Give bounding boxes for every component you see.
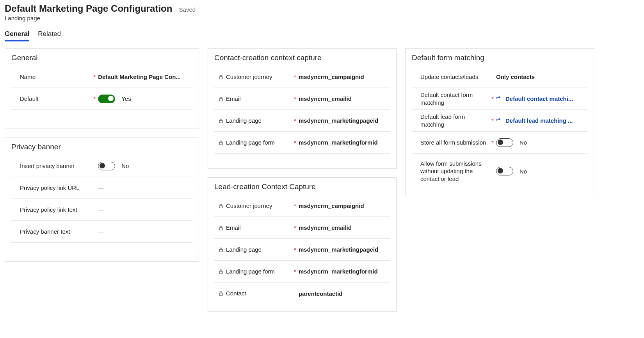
value-ccc-landing: msdyncrm_marketingpageid bbox=[299, 117, 390, 124]
saved-indicator: - Saved bbox=[175, 6, 196, 13]
required-star: * bbox=[489, 139, 496, 146]
lock-icon bbox=[218, 140, 224, 145]
required-star: * bbox=[292, 73, 299, 80]
card-title-ccc: Contact-creation context capture bbox=[214, 54, 390, 62]
page-title: Default Marketing Page Configuration bbox=[5, 3, 172, 14]
toggle-allow-submissions[interactable] bbox=[496, 167, 513, 175]
required-star: * bbox=[489, 95, 496, 102]
label-lcc-contact: Contact bbox=[214, 290, 292, 297]
card-title-privacy: Privacy banner bbox=[11, 143, 192, 151]
value-lcc-contact: parentcontactid bbox=[299, 290, 390, 297]
linkout-icon bbox=[496, 118, 502, 124]
label-lcc-email: Email bbox=[214, 224, 292, 232]
card-title-general: General bbox=[11, 54, 192, 62]
card-title-dfm: Default form matching bbox=[412, 54, 587, 62]
lock-icon bbox=[218, 225, 224, 231]
value-privacy-url[interactable]: --- bbox=[98, 184, 192, 191]
label-privacy-text: Privacy policy link text bbox=[11, 206, 91, 214]
label-name: Name bbox=[11, 73, 91, 81]
lock-icon bbox=[218, 291, 224, 296]
entity-name: Landing page bbox=[5, 15, 639, 21]
tabs: General Related bbox=[5, 30, 639, 41]
label-privacy-banner-text: Privacy banner text bbox=[11, 228, 91, 236]
required-star: * bbox=[292, 246, 299, 253]
value-privacy-banner-text[interactable]: --- bbox=[98, 228, 192, 235]
card-contact-creation: Contact-creation context capture Custome… bbox=[208, 48, 397, 169]
required-star: * bbox=[489, 117, 496, 124]
label-allow-submissions: Allow form submissions without updating … bbox=[412, 160, 489, 183]
toggle-insert-privacy[interactable] bbox=[98, 162, 115, 170]
linkout-icon bbox=[496, 96, 502, 102]
label-ccc-email: Email bbox=[214, 95, 292, 103]
label-lcc-journey: Customer journey bbox=[214, 202, 292, 210]
required-star: * bbox=[91, 95, 98, 102]
label-lcc-landing: Landing page bbox=[214, 246, 292, 254]
value-ccc-journey: msdyncrm_campaignid bbox=[299, 73, 390, 80]
label-privacy-url: Privacy policy link URL bbox=[11, 184, 91, 192]
toggle-allow-submissions-label: No bbox=[519, 168, 527, 175]
label-update-contacts: Update contacts/leads bbox=[412, 73, 489, 81]
toggle-default-label: Yes bbox=[121, 95, 131, 102]
value-privacy-text[interactable]: --- bbox=[98, 206, 192, 213]
tab-general[interactable]: General bbox=[5, 30, 29, 41]
label-ccc-form: Landing page form bbox=[214, 139, 292, 147]
toggle-insert-privacy-label: No bbox=[121, 163, 129, 169]
required-star: * bbox=[292, 95, 299, 102]
required-star: * bbox=[292, 224, 299, 231]
label-ccc-landing: Landing page bbox=[214, 117, 292, 125]
tab-related[interactable]: Related bbox=[38, 30, 61, 41]
lock-icon bbox=[218, 118, 224, 123]
card-lead-creation: Lead-creation Context Capture Customer j… bbox=[208, 177, 397, 312]
required-star: * bbox=[292, 268, 299, 275]
label-store-all: Store all form submission bbox=[412, 139, 489, 147]
value-update-contacts[interactable]: Only contacts bbox=[496, 73, 587, 80]
lock-icon bbox=[218, 269, 224, 274]
value-lcc-form: msdyncrm_marketingformid bbox=[299, 268, 390, 275]
value-lcc-journey: msdyncrm_campaignid bbox=[299, 202, 390, 209]
label-contact-form-matching: Default contact form matching bbox=[412, 91, 489, 106]
required-star: * bbox=[292, 117, 299, 124]
card-default-form-matching: Default form matching Update contacts/le… bbox=[405, 48, 594, 196]
value-lead-form-matching[interactable]: Default lead matching ... bbox=[496, 117, 587, 124]
lock-icon bbox=[218, 247, 224, 252]
label-default: Default bbox=[11, 95, 91, 103]
toggle-store-all[interactable] bbox=[496, 138, 513, 147]
value-ccc-form: msdyncrm_marketingformid bbox=[299, 139, 390, 146]
label-lcc-form: Landing page form bbox=[214, 268, 292, 275]
label-insert-privacy: Insert privacy banner bbox=[11, 162, 91, 170]
lock-icon bbox=[218, 74, 224, 80]
lock-icon bbox=[218, 203, 224, 209]
value-lcc-landing: msdyncrm_marketingpageid bbox=[299, 246, 390, 253]
required-star: * bbox=[292, 139, 299, 146]
required-star: * bbox=[292, 202, 299, 209]
lock-icon bbox=[218, 96, 224, 102]
toggle-store-all-label: No bbox=[519, 139, 527, 146]
label-lead-form-matching: Default lead form matching bbox=[412, 113, 489, 128]
toggle-default[interactable] bbox=[98, 95, 115, 103]
card-general: General Name * Default Marketing Page Co… bbox=[5, 48, 199, 129]
value-name[interactable]: Default Marketing Page Con... bbox=[98, 73, 192, 80]
value-contact-form-matching[interactable]: Default contact matchi... bbox=[496, 95, 587, 102]
label-ccc-journey: Customer journey bbox=[214, 73, 292, 81]
card-privacy-banner: Privacy banner Insert privacy banner No … bbox=[5, 138, 199, 262]
value-lcc-email: msdyncrm_emailid bbox=[299, 224, 390, 231]
required-star: * bbox=[91, 73, 98, 80]
value-ccc-email: msdyncrm_emailid bbox=[299, 95, 390, 102]
card-title-lcc: Lead-creation Context Capture bbox=[214, 182, 390, 191]
